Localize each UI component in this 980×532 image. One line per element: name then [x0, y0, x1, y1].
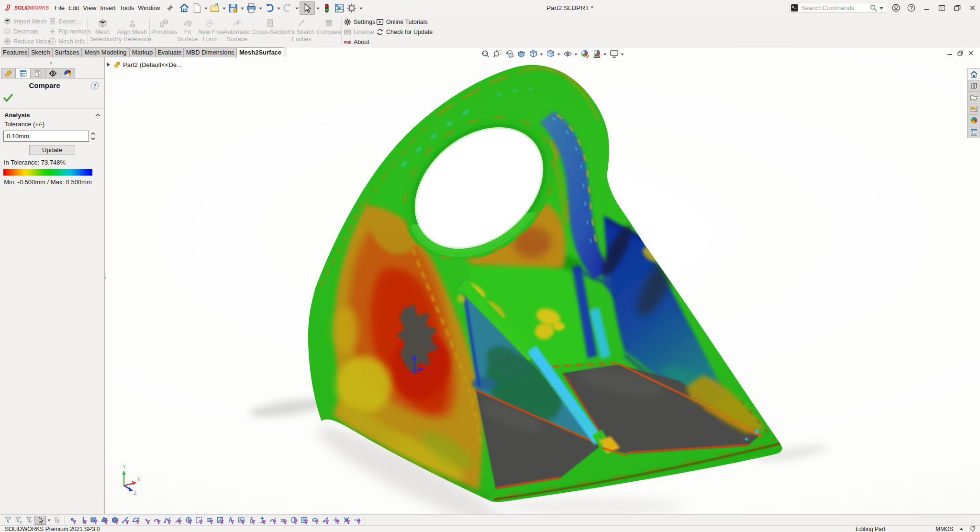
view-settings-button[interactable]	[610, 49, 624, 58]
filter-surface-finish-button[interactable]	[225, 515, 236, 525]
menu-tools[interactable]: Tools	[118, 0, 136, 16]
panel-splitter-dot[interactable]	[50, 62, 52, 64]
tab-mesh2surface[interactable]: Mesh2Surface	[236, 47, 284, 58]
custom-properties-button[interactable]	[968, 126, 980, 138]
design-library-button[interactable]	[968, 80, 980, 92]
menu-view[interactable]: View	[81, 0, 98, 16]
tab-evaluate[interactable]: Evaluate	[156, 47, 184, 57]
filter-center-marks-button[interactable]	[183, 515, 194, 525]
redo-button[interactable]	[281, 2, 294, 14]
filter-vertices-button[interactable]	[67, 515, 78, 525]
tab-surfaces[interactable]: Surfaces	[52, 47, 82, 57]
spinner-down-icon[interactable]	[89, 136, 96, 142]
caret-down-icon[interactable]	[574, 50, 578, 57]
caret-down-icon[interactable]	[46, 515, 52, 525]
status-tag-icon[interactable]	[969, 526, 976, 532]
analysis-section-header[interactable]: Analysis	[4, 111, 30, 119]
filter-edges-button[interactable]	[78, 515, 89, 525]
spinner-up-icon[interactable]	[89, 131, 96, 136]
search-icon[interactable]	[870, 4, 877, 11]
ribbon-button-check-for-update[interactable]: Check for Update	[376, 28, 433, 35]
ribbon-button-primitives[interactable]: Primitives	[151, 17, 176, 46]
ribbon-button-flip-normals[interactable]: Flip normals	[49, 28, 91, 35]
search-caret-icon[interactable]	[880, 7, 883, 10]
caret-down-icon[interactable]	[241, 4, 244, 11]
new-document-button[interactable]	[190, 2, 203, 14]
status-units-button[interactable]: MMGS	[935, 526, 953, 532]
pin-icon[interactable]	[167, 4, 174, 11]
window-close-button[interactable]	[965, 0, 980, 16]
ribbon-button-fit-sketch-entities[interactable]: Fit SketchEntities	[288, 17, 315, 46]
filter-solid-bodies-button[interactable]	[99, 515, 110, 525]
tab-sketch[interactable]: Sketch	[29, 47, 52, 57]
filter-midpoints-button[interactable]	[173, 515, 183, 525]
apply-scene-button[interactable]	[592, 49, 607, 58]
view-orientation-button[interactable]	[529, 49, 543, 58]
view-palette-button[interactable]	[968, 103, 980, 115]
caret-down-icon[interactable]	[621, 50, 624, 57]
ribbon-button-fit-surface[interactable]: FitSurface	[176, 17, 199, 46]
graphics-viewport[interactable]: Y X Z Part2 (Default<<De...	[105, 47, 980, 514]
vertical-splitter-dot[interactable]	[104, 277, 106, 279]
ribbon-button-about[interactable]: About	[344, 38, 369, 45]
tab-features[interactable]: Features	[1, 47, 29, 57]
ok-check-icon[interactable]	[3, 94, 13, 102]
collapse-chevron-icon[interactable]	[95, 113, 100, 117]
menu-edit[interactable]: Edit	[67, 0, 81, 16]
zoom-area-button[interactable]	[493, 49, 502, 58]
filter-blocks-button[interactable]	[299, 515, 310, 525]
model-3d-view[interactable]: Y X Z	[105, 47, 980, 514]
caret-down-icon[interactable]	[540, 50, 543, 57]
filter-notes-button[interactable]: A	[236, 515, 246, 525]
appearances-button[interactable]	[968, 115, 980, 126]
caret-down-icon[interactable]	[603, 50, 607, 57]
window-tile-button[interactable]	[934, 0, 949, 16]
select-cursor-button[interactable]	[300, 1, 315, 15]
filter-sketches-button[interactable]	[152, 515, 162, 525]
help-icon[interactable]: ?	[91, 82, 99, 89]
filter-axes-button[interactable]	[120, 515, 131, 525]
filter-clear-button[interactable]	[13, 515, 24, 525]
filter-centerlines-button[interactable]	[194, 515, 204, 525]
caret-down-icon[interactable]	[295, 4, 299, 11]
lasso-button[interactable]	[52, 515, 62, 525]
ribbon-button-cross-section[interactable]: Cross-Section	[252, 17, 288, 46]
filter-edit-button[interactable]	[24, 515, 34, 525]
filter-planes-button[interactable]	[131, 515, 141, 525]
previous-view-button[interactable]	[505, 49, 514, 58]
ribbon-button-mesh-selection[interactable]: MeshSelection	[88, 17, 117, 46]
filter-gtols-button[interactable]	[246, 515, 257, 525]
filter-magnetic-lines-button[interactable]	[352, 515, 362, 525]
file-explorer-button[interactable]	[968, 92, 980, 103]
options-gear-button[interactable]	[345, 2, 358, 14]
ribbon-button-import-mesh[interactable]: Import Mesh	[4, 18, 46, 25]
tab-mesh-modeling[interactable]: Mesh Modeling	[82, 47, 129, 57]
display-style-button[interactable]	[546, 49, 560, 58]
displaymanager-tab[interactable]	[60, 68, 75, 78]
taskpane-home-button[interactable]	[968, 69, 980, 80]
filter-datums-button[interactable]	[257, 515, 267, 525]
propertymanager-tab[interactable]	[16, 68, 31, 78]
update-button[interactable]: Update	[29, 145, 75, 155]
filter-sketch-points-button[interactable]	[141, 515, 152, 525]
filter-faces-button[interactable]	[89, 515, 99, 525]
tree-expand-arrow-icon[interactable]	[107, 63, 110, 66]
filter-funnel-button[interactable]	[3, 515, 13, 525]
caret-down-icon[interactable]	[359, 4, 363, 11]
window-minimize-button[interactable]	[919, 0, 934, 16]
open-button[interactable]	[209, 2, 221, 14]
filter-weld-beads-button[interactable]	[278, 515, 289, 525]
hide-show-items-button[interactable]	[563, 49, 578, 58]
filter-sketch-segments-button[interactable]	[162, 515, 173, 525]
traffic-light-button[interactable]	[321, 2, 333, 14]
tab-mbd-dimensions[interactable]: MBD Dimensions	[184, 47, 236, 57]
ribbon-button-mesh-info[interactable]: Mesh Info	[49, 38, 85, 45]
section-view-button[interactable]	[517, 49, 526, 58]
doc-minimize-button[interactable]	[945, 49, 955, 56]
zoom-fit-button[interactable]	[481, 49, 490, 58]
menu-file[interactable]: File	[53, 0, 67, 16]
ribbon-button-compare[interactable]: Compare	[317, 17, 341, 46]
filter-dimensions-button[interactable]	[204, 515, 215, 525]
ribbon-button-license[interactable]: License	[344, 28, 374, 35]
filter-routing-points-button[interactable]	[331, 515, 341, 525]
